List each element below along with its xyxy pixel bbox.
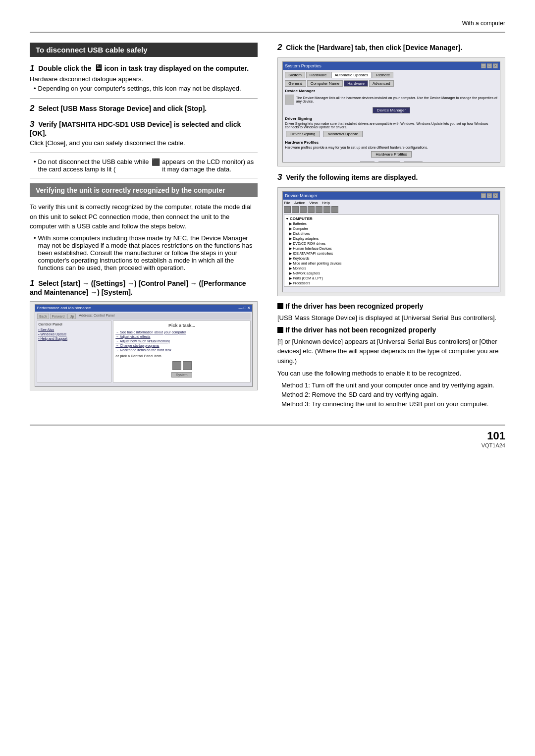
verify-intro: To verify this unit is correctly recogni…: [30, 202, 258, 231]
step-3-block: 3 Verify [MATSHITA HDC-SD1 USB Device] i…: [30, 119, 258, 147]
step-2-title-text: Select [USB Mass Storage Device] and cli…: [38, 105, 207, 112]
divider-3: [30, 178, 258, 178]
right-step-3-text: Verify the following items are displayed…: [286, 173, 418, 181]
black-square-1: [277, 303, 283, 309]
step-1-bullet: Depending on your computer's settings, t…: [34, 85, 258, 92]
step-2-title: 2 Select [USB Mass Storage Device] and c…: [30, 104, 258, 113]
right-step-2-block: 2 Click the [Hardware] tab, then click […: [277, 43, 505, 166]
lcd-note-text: Do not disconnect the USB cable while th…: [34, 158, 258, 173]
step-1-block: 1 Double click the 🖥 icon in task tray d…: [30, 63, 258, 92]
lcd-note: Do not disconnect the USB cable while th…: [30, 158, 258, 173]
right-step-3-title: 3 Verify the following items are display…: [277, 172, 505, 182]
page: With a computer To disconnect USB cable …: [0, 0, 535, 756]
page-info: 101 VQT1A24: [482, 430, 505, 448]
right-step-2-text: Click the [Hardware] tab, then click [De…: [286, 44, 462, 52]
system-properties-screenshot: System Properties — □ ✕ System Hardware …: [277, 57, 505, 166]
disconnect-section-header: To disconnect USB cable safely: [30, 43, 258, 57]
if-recognized-body: [USB Mass Storage Device] is displayed a…: [277, 313, 505, 323]
left-column: To disconnect USB cable safely 1 Double …: [30, 43, 258, 410]
control-panel-screenshot: Performance and Maintenance — □ ✕ Back F…: [30, 301, 258, 390]
step-3-body: Click [Close], and you can safely discon…: [30, 139, 258, 147]
step-1-body: Hardware disconnect dialogue appears.: [30, 75, 258, 83]
black-square-2: [277, 327, 283, 333]
if-not-recognized-body2: You can use the following methods to ena…: [277, 369, 505, 378]
method-1: Method 1: Turn off the unit and your com…: [277, 381, 505, 389]
right-step-3-block: 3 Verify the following items are display…: [277, 172, 505, 296]
verify-step-1-text: Select [start] → ([Settings] →) [Control…: [30, 279, 246, 296]
verify-step-1-block: 1 Select [start] → ([Settings] →) [Contr…: [30, 278, 258, 390]
verify-step-1-title: 1 Select [start] → ([Settings] →) [Contr…: [30, 278, 258, 296]
bottom-bar: 101 VQT1A24: [30, 425, 505, 448]
verify-section-header: Verifying the unit is correctly recogniz…: [30, 183, 258, 197]
if-not-recognized-body1: [!] or [Unknown device] appears at [Univ…: [277, 337, 505, 366]
step-2-block: 2 Select [USB Mass Storage Device] and c…: [30, 104, 258, 113]
method-2: Method 2: Remove the SD card and try ver…: [277, 391, 505, 398]
step-3-title: 3 Verify [MATSHITA HDC-SD1 USB Device] i…: [30, 119, 258, 137]
step-1-title-text: Double click the 🖥 icon in task tray dis…: [38, 64, 249, 72]
step-1-title: 1 Double click the 🖥 icon in task tray d…: [30, 63, 258, 73]
right-step-2-title: 2 Click the [Hardware] tab, then click […: [277, 43, 505, 53]
top-label: With a computer: [30, 20, 505, 27]
if-recognized-title: If the driver has been recognized proper…: [277, 302, 505, 310]
top-divider: [30, 32, 505, 33]
device-manager-screenshot: Device Manager — □ ✕ File Action View He…: [277, 187, 505, 296]
page-number: 101: [482, 430, 505, 442]
method-3: Method 3: Try connecting the unit to ano…: [277, 400, 505, 408]
right-column: 2 Click the [Hardware] tab, then click […: [277, 43, 505, 410]
divider-2: [30, 153, 258, 153]
step-1-number: 1: [30, 63, 34, 73]
page-code: VQT1A24: [482, 442, 505, 448]
if-not-recognized-title: If the driver has not been recognized pr…: [277, 326, 505, 334]
divider-1: [30, 98, 258, 99]
verify-bullet: With some computers including those made…: [34, 234, 258, 271]
two-column-layout: To disconnect USB cable safely 1 Double …: [30, 43, 505, 410]
step-3-title-text: Verify [MATSHITA HDC-SD1 USB Device] is …: [30, 120, 241, 137]
